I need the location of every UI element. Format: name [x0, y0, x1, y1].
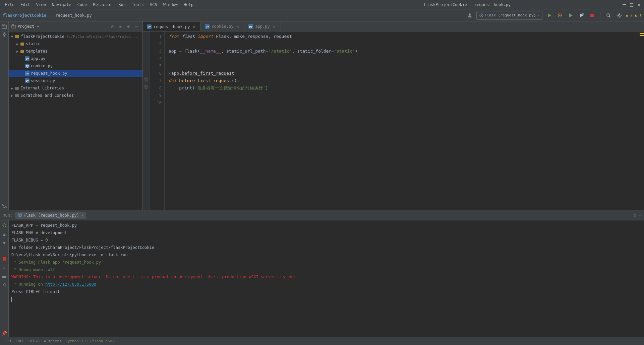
cookie-py-label: cookie.py	[31, 64, 53, 68]
code-line-3: app = Flask( __name__ , static_url_path …	[169, 48, 635, 55]
menu-file[interactable]: File	[3, 2, 16, 8]
op-eq: =	[176, 48, 184, 55]
minimize-button[interactable]: ─	[622, 2, 627, 7]
gutter-5	[143, 61, 149, 68]
panel-locate-btn[interactable]: ◎	[109, 23, 116, 30]
settings-button[interactable]	[615, 11, 623, 19]
close-paren: )	[266, 84, 268, 92]
panel-settings-btn[interactable]: ⚙	[125, 23, 132, 30]
svg-line-12	[609, 16, 610, 17]
tree-templates-folder[interactable]: ▶ templates	[9, 48, 142, 55]
menu-run[interactable]: Run	[116, 2, 128, 8]
menu-help[interactable]: Help	[182, 2, 195, 8]
run-tab-close[interactable]: ✕	[81, 213, 83, 218]
console-settings-icon[interactable]: ⚙	[634, 213, 636, 218]
space	[176, 77, 179, 84]
scroll-up-icon[interactable]: ▲	[1, 230, 8, 238]
folder-icon	[20, 42, 24, 46]
server-url[interactable]: http://127.0.0.1:5000	[45, 281, 96, 288]
svg-rect-25	[15, 35, 19, 38]
paren-close: )	[355, 48, 358, 55]
search-everywhere-button[interactable]	[604, 11, 612, 19]
divider	[4, 249, 4, 253]
line-numbers: 1 2 3 4 5 6 7 8 9 10	[150, 31, 165, 210]
panel-hide-btn[interactable]: ─	[133, 23, 140, 30]
scroll-down-icon[interactable]: ▼	[1, 239, 8, 247]
run-configuration[interactable]: Flask (request_hook.py) ▾	[476, 11, 542, 20]
menu-navigate[interactable]: Navigate	[50, 2, 73, 8]
tab-app[interactable]: py app.py ✕	[244, 22, 281, 31]
warning-indicator[interactable]: ▲ 2 ▲ 1	[626, 13, 641, 17]
svg-point-5	[559, 15, 561, 16]
tree-request-hook-py[interactable]: py request_hook.py	[9, 70, 142, 77]
tree-session-py[interactable]: py session.py	[9, 77, 142, 84]
coords-status[interactable]: 11:1	[3, 339, 12, 343]
close-button[interactable]: ✕	[637, 2, 641, 7]
menu-tools[interactable]: Tools	[130, 2, 146, 8]
class-flask: Flask(	[184, 48, 200, 55]
menu-edit[interactable]: Edit	[18, 2, 32, 8]
menu-vcs[interactable]: VCS	[148, 2, 159, 8]
svg-rect-28	[15, 87, 19, 90]
indent-status[interactable]: 4 spaces	[44, 339, 61, 343]
coverage-button[interactable]	[567, 11, 575, 19]
project-icon[interactable]	[1, 23, 8, 30]
maximize-button[interactable]: □	[629, 2, 634, 7]
console-cursor-line	[11, 295, 641, 303]
structure-icon[interactable]	[1, 202, 8, 210]
run-tab[interactable]: Flask (request_hook.py) ✕	[15, 212, 86, 219]
tree-app-py[interactable]: py app.py	[9, 55, 142, 62]
stop-console-icon[interactable]	[1, 255, 8, 263]
menu-view[interactable]: View	[34, 2, 48, 8]
tab-cookie[interactable]: py cookie.py ✕	[201, 22, 244, 31]
indent	[169, 84, 179, 92]
tab-close-button[interactable]: ✕	[272, 24, 277, 29]
gutter-10	[143, 98, 149, 105]
project-name[interactable]: flaskProjectCookie	[3, 13, 46, 18]
encoding-status[interactable]: UTF-8	[28, 339, 40, 343]
commit-icon[interactable]	[1, 31, 8, 38]
line-sep-status[interactable]: CRLF	[16, 339, 25, 343]
warning-marker-1	[640, 33, 644, 34]
app-toolbar: flaskProjectCookie › request_hook.py Fla…	[0, 9, 644, 21]
stop-button[interactable]	[588, 11, 596, 19]
console-line-9: * Running on http://127.0.0.1:5000	[11, 281, 641, 288]
func-name: before_first_request	[179, 77, 232, 84]
pin-icon[interactable]: 📌	[1, 330, 8, 337]
svg-rect-29	[15, 94, 19, 97]
tree-external-libraries[interactable]: ▶ External Libraries	[9, 84, 142, 92]
gutter-6	[143, 68, 149, 76]
svg-point-16	[3, 33, 5, 36]
code-content[interactable]: from flask import Flask, make_response, …	[165, 31, 639, 210]
tree-cookie-py[interactable]: py cookie.py	[9, 62, 142, 70]
menu-code[interactable]: Code	[75, 2, 89, 8]
console-line-6: * Serving Flask app 'request_hook.py'	[11, 259, 641, 266]
svg-point-11	[607, 14, 609, 16]
profile-run-button[interactable]	[577, 11, 585, 19]
tab-close-button[interactable]: ✕	[192, 24, 196, 29]
debug-button[interactable]	[556, 11, 564, 19]
param-static-url: static_url_path	[226, 48, 266, 55]
panel-collapse-btn[interactable]: ≡	[117, 23, 124, 30]
menu-window[interactable]: Window	[161, 2, 180, 8]
root-label: flaskProjectCookie	[21, 34, 64, 39]
tab-request-hook[interactable]: py request_hook.py ✕	[143, 22, 201, 31]
print-icon[interactable]: ⎙	[1, 281, 8, 289]
tree-static-folder[interactable]: ▶ static	[9, 40, 142, 48]
console-hide-icon[interactable]: ─	[639, 213, 641, 218]
rerun-icon[interactable]	[1, 222, 8, 229]
profile-icon[interactable]	[466, 11, 474, 19]
filter-icon[interactable]: ≡	[1, 264, 8, 271]
print-func: print	[179, 84, 192, 92]
tree-root[interactable]: ▼ flaskProjectCookie E:/PyCharmProject/F…	[9, 33, 142, 40]
menu-refactor[interactable]: Refactor	[91, 2, 114, 8]
python-version-status[interactable]: Python 3.8 (flask_env)	[65, 339, 114, 343]
console-line-5: D:\env\flask_env\Scripts\python.exe -m f…	[11, 251, 641, 259]
console-settings-btn[interactable]	[1, 273, 8, 280]
toolbar-divider	[600, 12, 600, 19]
tree-scratches-consoles[interactable]: ▶ Scratches and Consoles	[9, 92, 142, 99]
tab-label: app.py	[255, 24, 270, 29]
tab-close-button[interactable]: ✕	[235, 24, 240, 29]
svg-point-0	[469, 13, 471, 15]
run-button[interactable]	[545, 11, 553, 19]
